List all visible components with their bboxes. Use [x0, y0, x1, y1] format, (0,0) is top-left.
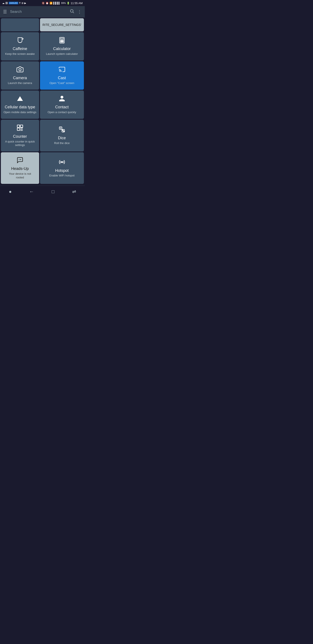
- tile-camera-title: Camera: [13, 76, 27, 80]
- dice-icon: [58, 126, 65, 134]
- mute-icon: 🔇: [42, 2, 45, 4]
- svg-rect-10: [62, 42, 63, 42]
- tile-calculator[interactable]: Calculator Launch system calculator: [40, 32, 84, 60]
- svg-line-1: [73, 12, 74, 13]
- recents-button[interactable]: □: [50, 187, 56, 196]
- svg-point-11: [19, 68, 21, 71]
- alarm-icon: ⏰: [46, 2, 49, 4]
- svg-rect-14: [17, 125, 19, 127]
- tile-cellular-title: Cellular data type: [5, 105, 35, 110]
- svg-rect-15: [20, 125, 22, 127]
- t-icon: T: [19, 2, 21, 4]
- svg-marker-13: [17, 96, 23, 101]
- camera-icon: [16, 66, 23, 74]
- signal-icon: [16, 95, 23, 103]
- svg-rect-4: [60, 38, 63, 40]
- tile-cast[interactable]: Cast Open "Cast" screen: [40, 61, 84, 90]
- tile-camera-desc: Launch the camera: [8, 81, 32, 85]
- status-icons-left: ☁ 🖼 AMOLED T ⊞ ▶: [2, 2, 26, 4]
- tile-cellular[interactable]: Cellular data type Open mobile data sett…: [1, 90, 39, 119]
- search-icon[interactable]: [69, 9, 74, 14]
- svg-point-23: [63, 130, 63, 131]
- tile-dice-title: Dice: [58, 136, 66, 140]
- svg-point-22: [60, 128, 61, 128]
- tile-hotspot-desc: Enable WiFi hotspot: [49, 174, 74, 178]
- more-options-icon[interactable]: ⋮: [77, 9, 82, 14]
- cup-icon: [16, 37, 23, 45]
- counter-icon: [16, 124, 24, 132]
- wifi-icon: 📶: [49, 2, 53, 4]
- secure-settings-text: RITE_SECURE_SETTINGS': [43, 23, 81, 26]
- tile-dice[interactable]: Dice Roll the dice: [40, 120, 84, 152]
- cast-icon: [58, 66, 65, 74]
- svg-rect-9: [61, 42, 62, 42]
- tile-counter[interactable]: Counter A quick counter in quick setting…: [1, 120, 39, 152]
- calculator-icon: [58, 37, 65, 45]
- status-icons-right: 🔇 ⏰ 📶 ▌▌▌▌ 99% 🔋 11:55 AM: [42, 2, 83, 5]
- svg-point-24: [62, 130, 63, 130]
- network-icon: ⊞: [21, 2, 23, 4]
- secure-settings-tile[interactable]: RITE_SECURE_SETTINGS': [40, 18, 84, 31]
- tile-counter-desc: A quick counter in quick settings: [3, 140, 37, 147]
- tile-caffeine[interactable]: Caffeine Keep the screen awake: [1, 32, 39, 60]
- svg-rect-5: [60, 40, 61, 41]
- svg-rect-6: [61, 40, 62, 41]
- hotspot-icon: [58, 158, 65, 167]
- tile-cast-title: Cast: [58, 76, 66, 80]
- tile-calculator-desc: Launch system calculator: [46, 52, 78, 56]
- search-placeholder: Search: [10, 10, 66, 14]
- play-icon: ▶: [24, 2, 26, 4]
- tile-counter-title: Counter: [13, 134, 27, 139]
- tile-camera[interactable]: Camera Launch the camera: [1, 61, 39, 90]
- status-bar: ☁ 🖼 AMOLED T ⊞ ▶ 🔇 ⏰ 📶 ▌▌▌▌ 99% 🔋 11:55 …: [0, 0, 85, 6]
- tiles-grid: RITE_SECURE_SETTINGS' Caffeine Keep the …: [0, 18, 85, 185]
- search-bar: ☰ Search ⋮: [0, 6, 85, 18]
- tile-cellular-desc: Open mobile data settings: [3, 110, 36, 114]
- menu-icon[interactable]: ☰: [3, 9, 7, 14]
- svg-point-25: [64, 131, 64, 132]
- svg-rect-8: [60, 42, 61, 42]
- amoled-icon: AMOLED: [9, 2, 18, 4]
- signal-icon: ▌▌▌▌: [53, 2, 60, 4]
- photo-icon: 🖼: [5, 2, 8, 4]
- svg-rect-7: [62, 40, 63, 41]
- svg-point-28: [61, 162, 62, 162]
- tile-hotspot-title: Hotspot: [55, 168, 69, 173]
- tile-contact-desc: Open a contact quickly: [48, 110, 76, 114]
- tile-cast-desc: Open "Cast" screen: [49, 81, 74, 85]
- tile-hotspot[interactable]: Hotspot Enable WiFi hotspot: [40, 152, 84, 184]
- menu-button[interactable]: ⇌: [70, 187, 78, 196]
- tile-dice-desc: Roll the dice: [54, 142, 70, 145]
- person-icon: [58, 95, 65, 103]
- tile-caffeine-title: Caffeine: [12, 46, 27, 51]
- chat-icon: [16, 157, 23, 165]
- time: 11:55 AM: [71, 2, 83, 5]
- tile-contact[interactable]: Contact Open a contact quickly: [40, 90, 84, 119]
- tile-headsup[interactable]: Heads-Up Your device is notrooted: [1, 152, 39, 184]
- svg-rect-19: [17, 128, 19, 130]
- battery-percent: 99%: [61, 2, 66, 4]
- bottom-nav: ● ← □ ⇌: [0, 186, 85, 198]
- tile-calculator-title: Calculator: [53, 46, 71, 51]
- battery-icon: 🔋: [67, 2, 70, 4]
- weather-icon: ☁: [2, 2, 4, 4]
- tile-contact-title: Contact: [55, 105, 69, 110]
- empty-top-tile: [1, 18, 39, 31]
- svg-point-0: [70, 10, 73, 12]
- home-button[interactable]: ●: [7, 187, 13, 196]
- tile-headsup-desc: Your device is notrooted: [9, 172, 31, 180]
- tile-headsup-title: Heads-Up: [11, 166, 29, 171]
- back-button[interactable]: ←: [28, 187, 36, 196]
- tile-caffeine-desc: Keep the screen awake: [5, 52, 35, 56]
